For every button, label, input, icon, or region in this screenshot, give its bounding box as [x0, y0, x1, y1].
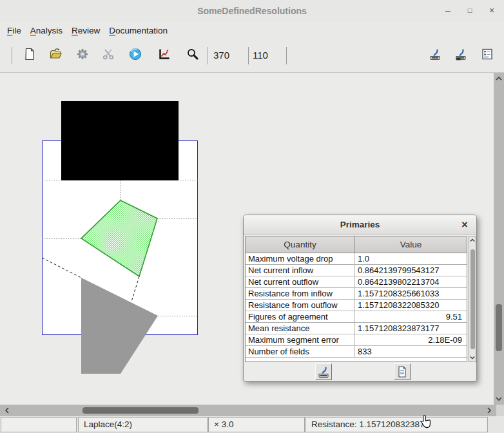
- table-header-row: Quantity Value: [246, 236, 467, 253]
- table-row[interactable]: Resistance from inflow1.1571208325661033: [246, 288, 467, 300]
- zoom-button[interactable]: [186, 48, 199, 61]
- primaries-table-rows: Maximum voltage drop1.0Net current inflo…: [246, 253, 467, 358]
- search-icon: [186, 48, 199, 61]
- close-button[interactable]: ×: [485, 0, 499, 21]
- open-file-button[interactable]: [49, 48, 62, 61]
- table-row[interactable]: Number of fields833: [246, 346, 467, 358]
- scissors-icon: [102, 48, 115, 61]
- quantity-cell: Maximum segment error: [246, 334, 355, 345]
- vertical-scroll-thumb[interactable]: [496, 304, 502, 351]
- primaries-dialog[interactable]: Primaries × Quantity Value Maximum volta…: [243, 215, 477, 381]
- quantity-cell: Net current outflow: [246, 276, 355, 287]
- window-titlebar[interactable]: SomeDefinedResolutions – □ ×: [0, 0, 504, 22]
- menu-item-file[interactable]: File: [3, 22, 26, 40]
- value-cell: 9.51: [355, 311, 467, 322]
- window-title: SomeDefinedResolutions: [0, 0, 504, 22]
- quantity-cell: Net current inflow: [246, 265, 355, 276]
- dialog-title: Primaries: [244, 215, 476, 235]
- value-cell: 833: [355, 346, 467, 357]
- value-cell: 0.8642139799543127: [355, 265, 467, 276]
- toolbar-separator: [12, 47, 12, 64]
- form-list-icon: [481, 48, 494, 61]
- table-row[interactable]: Net current inflow0.8642139799543127: [246, 265, 467, 276]
- menu-item-review[interactable]: Review: [67, 22, 104, 40]
- scroll-down-icon[interactable]: [495, 396, 503, 402]
- mouse-cursor-hand-icon: [418, 414, 434, 431]
- dialog-close-button[interactable]: ×: [458, 215, 471, 234]
- scroll-up-icon[interactable]: [469, 238, 476, 243]
- new-document-icon: [23, 48, 36, 61]
- minimize-button[interactable]: –: [441, 0, 455, 21]
- menu-item-documentation[interactable]: Documentation: [104, 22, 172, 40]
- toolbar-separator: [286, 47, 287, 64]
- maximize-button[interactable]: □: [463, 0, 477, 21]
- open-folder-icon: [49, 48, 62, 61]
- primaries-table: Quantity Value Maximum voltage drop1.0Ne…: [245, 236, 467, 362]
- quantity-column-header[interactable]: Quantity: [246, 236, 355, 253]
- toolbar-readout-1: 370: [213, 48, 229, 63]
- fields-form-button[interactable]: [481, 48, 494, 61]
- settings-button[interactable]: [76, 48, 89, 61]
- black-rectangle[interactable]: [61, 101, 179, 180]
- quantity-cell: Resistance from inflow: [246, 288, 355, 299]
- dialog-scroll-thumb[interactable]: [470, 249, 475, 349]
- table-row[interactable]: Resistance from outflow1.157120832208532…: [246, 300, 467, 311]
- scroll-left-icon[interactable]: [4, 407, 10, 414]
- value-cell: 2.18E-09: [355, 334, 467, 345]
- scroll-right-icon[interactable]: [486, 407, 492, 414]
- vertical-scrollbar[interactable]: [494, 73, 504, 405]
- toolbar-separator: [208, 47, 208, 64]
- status-panel-solver: Laplace(4:2): [78, 417, 208, 432]
- quantity-cell: Figures of agreement: [246, 311, 355, 322]
- quantity-cell: Resistance from outflow: [246, 300, 355, 311]
- quantity-cell: Number of fields: [246, 346, 355, 357]
- quantity-cell: Mean resistance: [246, 323, 355, 334]
- chart-icon: [158, 48, 171, 61]
- table-row[interactable]: Net current outflow0.8642139802213704: [246, 276, 467, 288]
- application-window: SomeDefinedResolutions – □ × FileAnalysi…: [0, 0, 504, 433]
- document-copy-icon: [396, 365, 409, 378]
- horizontal-scroll-thumb[interactable]: [82, 407, 199, 414]
- table-row[interactable]: Maximum voltage drop1.0: [246, 253, 467, 265]
- value-cell: 1.1571208323873177: [355, 323, 467, 334]
- table-row[interactable]: Figures of agreement9.51: [246, 311, 467, 323]
- export-tray-icon: [317, 365, 330, 378]
- export-tray-device-icon: [454, 48, 467, 61]
- dialog-button-bar: [244, 363, 476, 381]
- new-document-button[interactable]: [23, 48, 36, 61]
- gear-icon: [76, 48, 89, 61]
- dialog-titlebar[interactable]: Primaries ×: [244, 215, 476, 235]
- toolbar: 370 110: [0, 40, 504, 73]
- table-row[interactable]: Maximum segment error2.18E-09: [246, 334, 467, 346]
- status-panel-scale: × 3.0: [208, 417, 305, 432]
- export-button[interactable]: [315, 363, 332, 380]
- play-icon: [129, 48, 142, 61]
- export-button[interactable]: [429, 48, 441, 61]
- toolbar-readout-2: 110: [253, 48, 268, 63]
- export-device-button[interactable]: [454, 48, 467, 61]
- scroll-up-icon[interactable]: [495, 75, 503, 82]
- run-button[interactable]: [129, 48, 142, 61]
- value-cell: 0.8642139802213704: [355, 276, 467, 287]
- scrollbar-corner: [496, 405, 504, 416]
- value-column-header[interactable]: Value: [355, 236, 467, 253]
- export-tray-icon: [429, 48, 441, 61]
- table-row[interactable]: Mean resistance1.1571208323873177: [246, 323, 467, 334]
- scroll-down-icon[interactable]: [469, 355, 476, 360]
- value-cell: 1.1571208325661033: [355, 288, 467, 299]
- value-cell: 1.0: [355, 253, 467, 264]
- quantity-cell: Maximum voltage drop: [246, 253, 355, 264]
- cut-button[interactable]: [102, 48, 115, 61]
- menu-item-analysis[interactable]: Analysis: [26, 22, 67, 40]
- results-chart-button[interactable]: [158, 48, 171, 61]
- dialog-scrollbar[interactable]: [469, 236, 476, 362]
- toolbar-separator: [248, 47, 249, 64]
- copy-report-button[interactable]: [394, 363, 411, 380]
- menubar-items: FileAnalysisReviewDocumentation: [0, 22, 504, 40]
- value-cell: 1.1571208322085320: [355, 300, 467, 311]
- status-panel-empty: [1, 417, 77, 432]
- status-panel-resistance: Resistance: 1.157120832387: [305, 417, 488, 432]
